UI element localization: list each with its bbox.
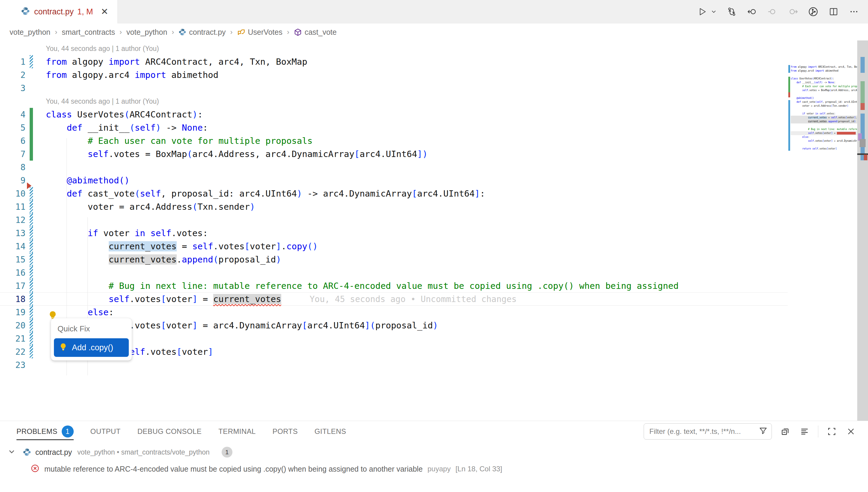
more-actions-icon[interactable] bbox=[848, 6, 860, 17]
code-token: current_votes bbox=[808, 120, 827, 123]
code-text: self.votes[voter] = current_votesYou, 45… bbox=[46, 294, 517, 304]
panel-tab-ports[interactable]: PORTS bbox=[273, 421, 298, 442]
minimap-line: # Each user can vote for multiple propos… bbox=[791, 84, 857, 89]
code-line-4[interactable]: 4class UserVotes(ARC4Contract): bbox=[0, 108, 788, 121]
line-number[interactable]: 14 bbox=[0, 242, 25, 251]
codelens-blame[interactable]: You, 44 seconds ago | 1 author (You) bbox=[46, 45, 159, 53]
minimap-line: self.votes[voter] = current_votesYou, 45… bbox=[791, 131, 857, 135]
panel-tab-terminal[interactable]: TERMINAL bbox=[218, 421, 256, 442]
line-number[interactable]: 16 bbox=[0, 268, 25, 278]
code-line-6[interactable]: 6 # Each user can vote for multiple prop… bbox=[0, 134, 788, 147]
line-number[interactable]: 8 bbox=[0, 163, 25, 172]
code-token: , proposal_id: arc4.UInt64 bbox=[822, 101, 857, 103]
code-token: self bbox=[135, 123, 156, 133]
line-number[interactable]: 19 bbox=[0, 308, 25, 317]
code-line-16[interactable]: 16 bbox=[0, 266, 788, 279]
python-icon bbox=[21, 7, 30, 17]
line-number[interactable]: 23 bbox=[0, 360, 25, 370]
next-change-icon[interactable] bbox=[787, 6, 798, 17]
codelens-blame[interactable]: You, 44 seconds ago | 1 author (You) bbox=[46, 97, 159, 105]
code-token: ( bbox=[129, 123, 134, 133]
split-editor-icon[interactable] bbox=[828, 6, 839, 17]
code-line-18[interactable]: 18 self.votes[voter] = current_votesYou,… bbox=[0, 292, 788, 305]
code-text: def __init__(self) -> None: bbox=[46, 123, 208, 133]
code-line-2[interactable]: 2from algopy.arc4 import abimethod bbox=[0, 68, 788, 81]
maximize-panel-icon[interactable] bbox=[826, 426, 838, 437]
code-line-3[interactable]: 3 bbox=[0, 81, 788, 95]
quick-fix-add-copy[interactable]: Add .copy() bbox=[54, 338, 129, 357]
quick-fix-popup: Quick Fix Add .copy() bbox=[51, 318, 132, 361]
code-line-17[interactable]: 17 # Bug in next line: mutable reference… bbox=[0, 279, 788, 292]
overview-ruler[interactable] bbox=[857, 41, 868, 421]
code-token: self bbox=[831, 116, 837, 119]
line-number[interactable]: 22 bbox=[0, 347, 25, 357]
collapse-all-icon[interactable] bbox=[780, 426, 791, 437]
close-tab-icon[interactable]: ✕ bbox=[101, 7, 108, 16]
code-line-9[interactable]: 9 @abimethod() bbox=[0, 174, 788, 187]
code-token: [ bbox=[177, 347, 182, 357]
problems-filter[interactable] bbox=[644, 423, 772, 440]
code-line-14[interactable]: 14 current_votes = self.votes[voter].cop… bbox=[0, 240, 788, 253]
panel-tab-problems[interactable]: PROBLEMS1 bbox=[17, 421, 74, 442]
breadcrumb-item-smart_contracts[interactable]: smart_contracts bbox=[62, 28, 115, 36]
code-token: .votes bbox=[145, 347, 177, 357]
tab-contract-py[interactable]: contract.py 1, M ✕ bbox=[0, 0, 118, 23]
code-line-10[interactable]: 10 def cast_vote(self, proposal_id: arc4… bbox=[0, 187, 788, 200]
line-number[interactable]: 18 bbox=[0, 294, 25, 304]
panel-tab-gitlens[interactable]: GITLENS bbox=[314, 421, 346, 442]
line-number[interactable]: 13 bbox=[0, 228, 25, 238]
breadcrumb-item-cast_vote[interactable]: cast_vote bbox=[294, 28, 337, 36]
close-panel-icon[interactable] bbox=[845, 426, 857, 437]
git-compare-icon[interactable] bbox=[726, 6, 737, 17]
view-as-list-icon[interactable] bbox=[799, 426, 810, 437]
line-number[interactable]: 15 bbox=[0, 255, 25, 265]
code-line-5[interactable]: 5 def __init__(self) -> None: bbox=[0, 121, 788, 134]
chevron-down-icon[interactable] bbox=[8, 448, 16, 457]
tab-problem-modified-badge: 1, M bbox=[77, 7, 93, 17]
code-token bbox=[791, 97, 796, 99]
line-number[interactable]: 6 bbox=[0, 136, 25, 146]
problems-error-row[interactable]: mutable reference to ARC-4-encoded value… bbox=[0, 461, 868, 477]
code-line-19[interactable]: 19 else: bbox=[0, 305, 788, 319]
filter-input[interactable] bbox=[649, 427, 759, 436]
line-number[interactable]: 12 bbox=[0, 215, 25, 225]
commit-graph-icon[interactable] bbox=[808, 6, 819, 17]
breadcrumb-item-contract.py[interactable]: contract.py bbox=[179, 28, 226, 36]
code-line-12[interactable]: 12 bbox=[0, 213, 788, 226]
line-number[interactable]: 1 bbox=[0, 57, 25, 67]
code-token: [ bbox=[354, 149, 359, 159]
problems-file-row[interactable]: contract.py vote_python • smart_contract… bbox=[0, 444, 868, 461]
code-editor[interactable]: You, 44 seconds ago | 1 author (You)1fro… bbox=[0, 41, 868, 421]
open-changes-previous-icon[interactable] bbox=[746, 6, 758, 17]
code-line-7[interactable]: 7 self.votes = BoxMap(arc4.Address, arc4… bbox=[0, 147, 788, 161]
line-number[interactable]: 9 bbox=[0, 176, 25, 186]
code-line-13[interactable]: 13 if voter in self.votes: bbox=[0, 226, 788, 240]
line-number[interactable]: 3 bbox=[0, 83, 25, 93]
line-number[interactable]: 21 bbox=[0, 334, 25, 344]
breadcrumb-item-UserVotes[interactable]: UserVotes bbox=[237, 28, 282, 36]
panel-tab-debug-console[interactable]: DEBUG CONSOLE bbox=[137, 421, 202, 442]
code-line-1[interactable]: 1from algopy import ARC4Contract, arc4, … bbox=[0, 55, 788, 68]
run-icon[interactable] bbox=[697, 6, 708, 17]
line-number[interactable]: 10 bbox=[0, 189, 25, 199]
code-line-8[interactable]: 8 bbox=[0, 161, 788, 174]
run-dropdown-chevron-icon[interactable] bbox=[711, 6, 717, 17]
line-number[interactable]: 17 bbox=[0, 281, 25, 291]
minimap[interactable]: from algopy import ARC4Contract, arc4, T… bbox=[791, 65, 857, 155]
line-number[interactable]: 4 bbox=[0, 110, 25, 120]
line-number[interactable]: 11 bbox=[0, 202, 25, 212]
line-number[interactable]: 20 bbox=[0, 321, 25, 330]
minimap-modified-marker bbox=[788, 65, 790, 73]
breadcrumb-item-vote_python[interactable]: vote_python bbox=[9, 28, 50, 36]
line-number[interactable]: 5 bbox=[0, 123, 25, 133]
code-line-15[interactable]: 15 current_votes.append(proposal_id) bbox=[0, 253, 788, 266]
git-deleted-lines-marker[interactable] bbox=[27, 182, 31, 189]
code-line-11[interactable]: 11 voter = arc4.Address(Txn.sender) bbox=[0, 200, 788, 213]
breadcrumb-item-vote_python[interactable]: vote_python bbox=[126, 28, 167, 36]
code-token: .votes bbox=[814, 132, 822, 134]
previous-change-icon[interactable] bbox=[767, 6, 778, 17]
panel-tab-output[interactable]: OUTPUT bbox=[91, 421, 121, 442]
line-number[interactable]: 2 bbox=[0, 70, 25, 80]
line-number[interactable]: 7 bbox=[0, 149, 25, 159]
code-text: self.votes = BoxMap(arc4.Address, arc4.D… bbox=[46, 149, 428, 159]
